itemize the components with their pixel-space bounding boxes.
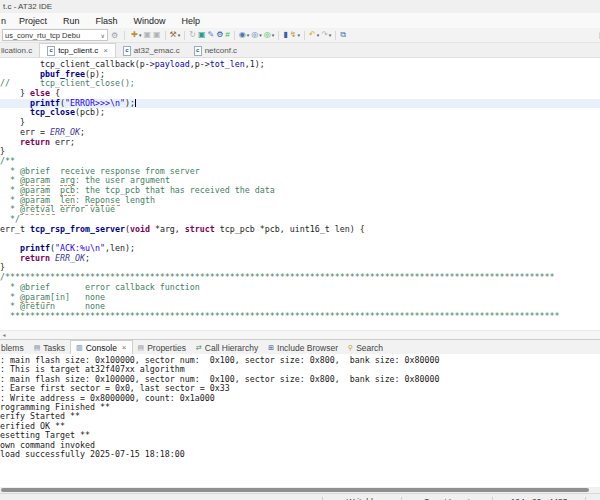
view-tab-call-hierarchy[interactable]: ⇄Call Hierarchy bbox=[191, 341, 263, 354]
code-line[interactable]: * @retval error value bbox=[0, 205, 600, 215]
tab-netconf-c[interactable]: cnetconf.c bbox=[187, 44, 244, 57]
settings-gear-button[interactable]: ⚙ bbox=[216, 31, 223, 39]
code-line[interactable]: err = ERR_OK; bbox=[0, 128, 600, 138]
c-file-icon: c bbox=[47, 46, 55, 56]
code-token: receive response from server bbox=[50, 166, 200, 176]
code-token: return bbox=[20, 253, 50, 263]
view-tab-properties[interactable]: ▤Properties bbox=[133, 341, 191, 354]
save-button[interactable]: ▣ bbox=[143, 31, 151, 39]
text-cursor bbox=[135, 99, 136, 107]
toolbar-separator bbox=[234, 31, 235, 40]
chevron-down-icon[interactable]: ▾ bbox=[247, 32, 250, 38]
code-token: : the tcp_pcb that has received the data bbox=[75, 185, 275, 195]
console-output[interactable]: : main flash size: 0x100000, sector num:… bbox=[0, 354, 600, 487]
settings-gear-icon: ⚙ bbox=[216, 31, 223, 39]
code-token: } bbox=[0, 88, 30, 98]
console-line: rogramming Finished ** bbox=[0, 403, 600, 412]
code-token: @return bbox=[20, 301, 55, 311]
back-button[interactable]: ↶▾ bbox=[309, 31, 319, 39]
code-token: err = bbox=[0, 127, 50, 137]
code-token: length bbox=[120, 195, 155, 205]
console-hscrollbar[interactable] bbox=[0, 487, 600, 493]
launch-config-combo[interactable]: us_conv_rtu_tcp Debu ∨ bbox=[2, 29, 108, 41]
menu-window[interactable]: Window bbox=[126, 16, 174, 26]
editor-tabstrip: lication.cctcp_client.c×cat32_emac.ccnet… bbox=[0, 43, 600, 58]
perspective-button[interactable]: ⧉ bbox=[340, 31, 346, 39]
code-line[interactable]: printf("ACK:%u\n",len); bbox=[0, 244, 600, 254]
chevron-down-icon[interactable]: ▾ bbox=[317, 32, 320, 38]
code-token: } bbox=[0, 117, 25, 127]
flash-download-button[interactable]: ↯▾ bbox=[290, 31, 300, 39]
chevron-down-icon[interactable]: ▾ bbox=[139, 32, 142, 38]
chevron-down-icon[interactable]: ▾ bbox=[259, 32, 262, 38]
code-line[interactable]: err_t tcp_rsp_from_server(void *arg, str… bbox=[0, 225, 600, 235]
view-tab-label: Call Hierarchy bbox=[205, 343, 258, 353]
tab-label: lication.c bbox=[1, 46, 32, 55]
code-line[interactable]: } bbox=[0, 118, 600, 128]
build-button[interactable]: ⚒▾ bbox=[170, 31, 181, 39]
new-wizard-icon: ✚ bbox=[131, 31, 138, 39]
code-line[interactable]: ****************************************… bbox=[0, 312, 600, 322]
close-icon[interactable]: × bbox=[122, 343, 127, 352]
editor-hscrollbar[interactable]: ◂ bbox=[0, 330, 600, 339]
save-all-button[interactable]: ▣ bbox=[153, 31, 161, 39]
tab-tcp_client-c[interactable]: ctcp_client.c× bbox=[39, 43, 116, 57]
code-token: ); bbox=[125, 98, 135, 108]
chevron-down-icon[interactable]: ∨ bbox=[101, 32, 105, 39]
code-token: */ bbox=[0, 214, 20, 224]
close-icon[interactable]: × bbox=[103, 46, 108, 55]
hash-button[interactable]: # bbox=[225, 31, 229, 39]
code-token: /** bbox=[0, 156, 15, 166]
tasks-icon: ▤ bbox=[34, 344, 41, 351]
code-token: err; bbox=[50, 137, 75, 147]
code-line[interactable]: // tcp_client_close(); bbox=[0, 79, 600, 89]
chevron-down-icon[interactable]: ▾ bbox=[329, 32, 332, 38]
menu-run[interactable]: Run bbox=[55, 16, 88, 26]
code-line[interactable]: return ERR_OK; bbox=[0, 254, 600, 264]
view-tab-tasks[interactable]: ▤Tasks bbox=[29, 341, 70, 354]
chevron-down-icon[interactable]: ▾ bbox=[178, 32, 181, 38]
forward-icon: ↷ bbox=[321, 31, 328, 39]
forward-button[interactable]: ↷▾ bbox=[321, 31, 331, 39]
menu-help[interactable]: Help bbox=[174, 16, 209, 26]
view-tab-search[interactable]: ⚲Search bbox=[343, 341, 388, 354]
launch-gear-icon[interactable]: ⚙ bbox=[111, 31, 118, 40]
code-editor[interactable]: tcp_client_callback(p->payload,p->tot_le… bbox=[0, 58, 600, 330]
code-token: tcp_close bbox=[30, 107, 75, 117]
erase-icon: ✎ bbox=[207, 31, 214, 39]
chevron-down-icon[interactable]: ▾ bbox=[272, 32, 275, 38]
code-token: else bbox=[30, 88, 50, 98]
erase-button[interactable]: ✎ bbox=[207, 31, 214, 39]
code-token: (pcb); bbox=[75, 107, 105, 117]
code-line[interactable]: return err; bbox=[0, 138, 600, 148]
menu-project[interactable]: Project bbox=[11, 16, 55, 26]
chevron-down-icon[interactable]: ▾ bbox=[297, 32, 300, 38]
new-wizard-button[interactable]: ✚▾ bbox=[131, 31, 141, 39]
run-button[interactable]: ◎▾ bbox=[251, 31, 262, 39]
external-tools-button[interactable]: ◎▾ bbox=[264, 31, 275, 39]
console-icon: ▥ bbox=[76, 344, 83, 351]
flash-download-icon: ↯ bbox=[290, 31, 297, 39]
view-tab-console[interactable]: ▥Console× bbox=[70, 340, 132, 354]
debug-icon: ◉ bbox=[239, 31, 246, 39]
code-token: ,p-> bbox=[190, 59, 210, 69]
code-token: pbuf_free bbox=[40, 69, 85, 79]
code-line[interactable]: tcp_close(pcb); bbox=[0, 108, 600, 118]
code-token: @brief bbox=[20, 166, 50, 176]
chip-button[interactable]: ▣ bbox=[198, 31, 206, 39]
debug-button[interactable]: ◉▾ bbox=[239, 31, 250, 39]
code-token: @brief bbox=[20, 282, 50, 292]
target-board-button[interactable]: ▮ bbox=[283, 31, 287, 39]
refresh-button[interactable]: ↻ bbox=[189, 31, 196, 39]
view-tab-blems[interactable]: blems bbox=[0, 341, 29, 354]
menu-n[interactable]: n bbox=[0, 16, 11, 26]
scroll-left-icon[interactable]: ◂ bbox=[0, 332, 8, 339]
tab-lication-c[interactable]: lication.c bbox=[0, 44, 39, 57]
view-tab-include-browser[interactable]: ⊞Include Browser bbox=[263, 341, 343, 354]
menu-flash[interactable]: Flash bbox=[88, 16, 126, 26]
scrollbar-thumb[interactable] bbox=[1, 488, 589, 492]
view-tab-label: Tasks bbox=[43, 343, 65, 353]
code-line[interactable]: } bbox=[0, 147, 600, 157]
code-token: "ERROR>>>\n" bbox=[65, 98, 125, 108]
tab-at32_emac-c[interactable]: cat32_emac.c bbox=[116, 44, 187, 57]
